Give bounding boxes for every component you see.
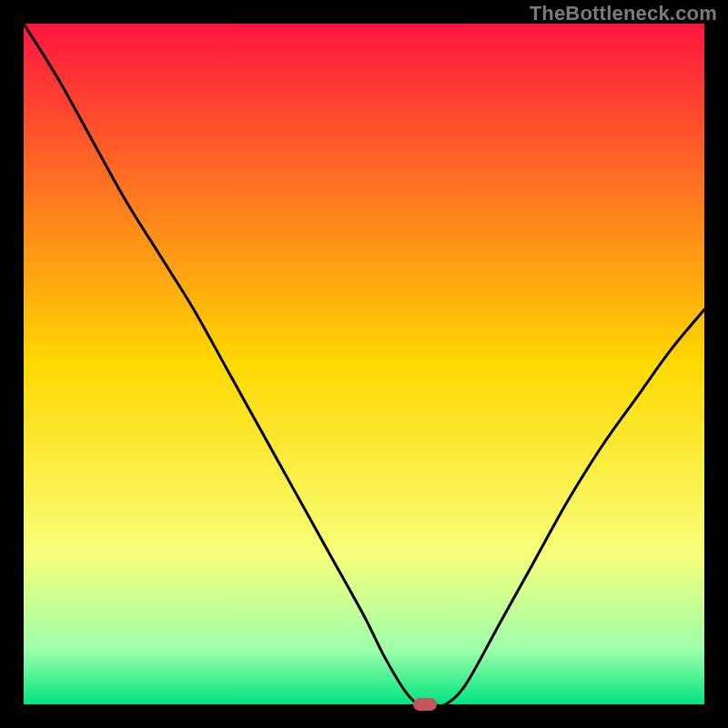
chart-frame: TheBottleneck.com [0, 0, 728, 728]
plot-area-wrap [24, 24, 704, 704]
minimum-marker [413, 698, 437, 711]
watermark-text: TheBottleneck.com [530, 2, 717, 25]
gradient-background [24, 24, 704, 704]
chart-svg [24, 24, 704, 704]
